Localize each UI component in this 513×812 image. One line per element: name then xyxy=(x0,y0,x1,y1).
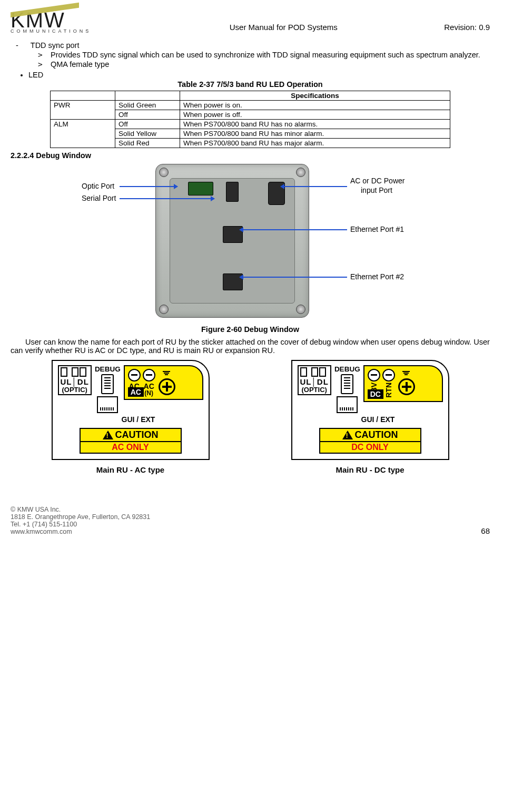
footer-line: © KMW USA Inc. xyxy=(11,506,150,513)
plus-icon xyxy=(398,378,415,395)
debug-window-figure: Optic Port Serial Port AC or DC Power in… xyxy=(76,164,424,322)
power-badge-ac: AC xyxy=(128,387,144,397)
table-row: ALM Off When PS700/800 band RU has no al… xyxy=(51,120,450,129)
tdd-title: TDD sync port xyxy=(31,41,80,50)
cell: Off xyxy=(115,110,180,120)
page-number: 68 xyxy=(481,526,490,535)
cell: When power is off. xyxy=(180,110,450,120)
ethernet-icon xyxy=(337,396,358,413)
cell: Off xyxy=(115,120,180,129)
enclosure-inner xyxy=(170,178,295,304)
diagram-ac-box: UL│DL (OPTIC) DEBUG AC (L) xyxy=(52,360,210,460)
diagram-row: UL│DL (OPTIC) DEBUG AC (L) xyxy=(11,360,490,474)
led-table: Specifications PWR Solid Green When powe… xyxy=(50,91,450,148)
plus-icon xyxy=(159,378,175,395)
ac-n-label: AC xyxy=(144,383,154,390)
gui-label: GUI / EXT xyxy=(74,415,203,424)
th-blank-1 xyxy=(51,91,115,101)
optic-slot-icon xyxy=(80,367,86,377)
caution-only-dc: DC ONLY xyxy=(320,442,420,453)
power-block-dc: -48V RTN DC xyxy=(363,365,443,402)
tdd-sub-1: Provides TDD sync signal which can be us… xyxy=(51,51,490,59)
optic-uldl: UL│DL xyxy=(300,378,329,386)
diagram-dc-box: UL│DL (OPTIC) DEBUG -48V RTN xyxy=(291,360,449,460)
cell: When PS700/800 band RU has major alarm. xyxy=(180,139,450,148)
warning-triangle-icon xyxy=(103,431,113,439)
footer-line: 1818 E. Orangethrope Ave, Fullerton, CA … xyxy=(11,513,150,521)
optic-sub: (OPTIC) xyxy=(300,386,329,394)
power-block-ac: AC (L) AC (N) AC xyxy=(124,365,203,400)
th-blank-2 xyxy=(115,91,180,101)
warning-triangle-icon xyxy=(342,431,353,439)
optic-slot-icon xyxy=(61,367,67,377)
optic-block: UL│DL (OPTIC) xyxy=(298,365,331,395)
figure-caption: Figure 2-60 Debug Window xyxy=(11,325,490,334)
debug-label: DEBUG xyxy=(95,365,121,373)
cell: When PS700/800 band RU has minor alarm. xyxy=(180,129,450,139)
table-caption: Table 2-37 7/5/3 band RU LED Operation xyxy=(11,80,490,89)
ac-n-sub: (N) xyxy=(144,390,153,396)
led-list: LED xyxy=(11,71,490,79)
tdd-sub-2: QMA female type xyxy=(51,60,490,69)
cell: Solid Yellow xyxy=(115,129,180,139)
optic-slot-icon xyxy=(300,367,307,377)
led-bullet: LED xyxy=(28,71,490,79)
screw-icon xyxy=(296,305,305,314)
caution-text: CAUTION xyxy=(115,429,159,441)
section-heading: 2.2.2.4 Debug Window xyxy=(11,151,490,160)
footer-line: www.kmwcomm.com xyxy=(11,528,150,535)
gui-label: GUI / EXT xyxy=(313,415,443,424)
terminal-icon xyxy=(128,369,141,381)
label-eth1: Ethernet Port #1 xyxy=(350,225,404,233)
arrow-icon xyxy=(240,229,347,230)
caution-box: CAUTION AC ONLY xyxy=(80,428,182,454)
serial-port-icon xyxy=(226,182,239,202)
header-title: User Manual for POD Systems xyxy=(123,23,444,34)
caution-only-ac: AC ONLY xyxy=(81,442,181,453)
label-serial: Serial Port xyxy=(82,194,116,202)
optic-port-icon xyxy=(188,182,213,195)
optic-uldl: UL│DL xyxy=(61,378,89,386)
ground-icon xyxy=(162,371,171,375)
cell: PWR xyxy=(51,101,115,120)
footer-line: Tel. +1 (714) 515-1100 xyxy=(11,521,150,528)
dc-rtn-label: RTN xyxy=(384,383,393,398)
optic-sub: (OPTIC) xyxy=(61,386,89,394)
ground-icon xyxy=(401,371,411,375)
logo-main: KMW xyxy=(11,11,91,30)
serial-icon xyxy=(101,374,114,394)
diagram-ac-caption: Main RU - AC type xyxy=(52,465,210,474)
cell: ALM xyxy=(51,120,115,148)
page-footer: © KMW USA Inc. 1818 E. Orangethrope Ave,… xyxy=(11,506,490,535)
tdd-list: TDD sync port Provides TDD sync signal w… xyxy=(11,41,490,69)
debug-label: DEBUG xyxy=(334,365,360,373)
screw-icon xyxy=(296,168,305,177)
screw-icon xyxy=(159,168,169,177)
tdd-item: TDD sync port Provides TDD sync signal w… xyxy=(28,41,490,69)
power-badge-dc: DC xyxy=(368,389,383,399)
arrow-icon xyxy=(281,186,347,187)
mid-column: DEBUG xyxy=(334,365,360,413)
optic-slot-icon xyxy=(319,367,326,377)
optic-slot-icon xyxy=(72,367,78,377)
label-eth2: Ethernet Port #2 xyxy=(350,272,404,281)
body-paragraph: User can know the name for each port of … xyxy=(11,338,490,355)
label-optic: Optic Port xyxy=(82,182,114,190)
caution-box: CAUTION DC ONLY xyxy=(319,428,421,454)
terminal-icon xyxy=(368,369,380,381)
th-spec: Specifications xyxy=(180,91,450,101)
page-header: KMW COMMUNICATIONS User Manual for POD S… xyxy=(11,11,490,34)
arrow-icon xyxy=(120,198,214,199)
logo: KMW COMMUNICATIONS xyxy=(11,11,91,34)
terminal-icon xyxy=(382,369,395,381)
cell: Solid Green xyxy=(115,101,180,110)
optic-slot-icon xyxy=(311,367,318,377)
diagram-ac: UL│DL (OPTIC) DEBUG AC (L) xyxy=(52,360,210,474)
serial-icon xyxy=(341,374,353,394)
diagram-dc: UL│DL (OPTIC) DEBUG -48V RTN xyxy=(291,360,449,474)
header-revision: Revision: 0.9 xyxy=(444,23,490,34)
ethernet-icon xyxy=(97,396,118,413)
optic-block: UL│DL (OPTIC) xyxy=(58,365,92,395)
terminal-icon xyxy=(143,369,155,381)
table-row: PWR Solid Green When power is on. xyxy=(51,101,450,110)
